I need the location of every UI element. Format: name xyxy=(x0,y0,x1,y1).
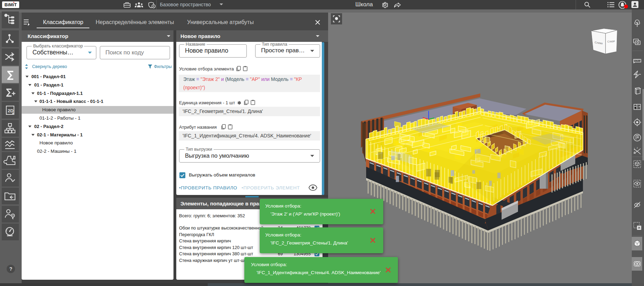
svg-text:2: 2 xyxy=(637,147,638,149)
svg-text:2D: 2D xyxy=(8,108,14,113)
svg-text:1: 1 xyxy=(634,148,635,150)
